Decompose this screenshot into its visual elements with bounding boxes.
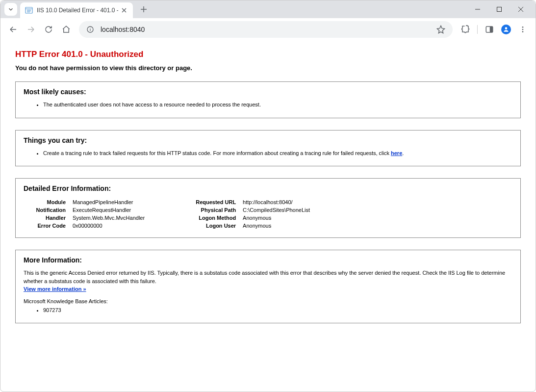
extensions-button[interactable] <box>458 22 473 37</box>
detail-col-right: Requested URL http://localhost:8040/ Phy… <box>194 198 310 230</box>
chevron-down-icon <box>7 6 14 13</box>
error-code-label: Error Code <box>24 222 73 230</box>
tab-close-button[interactable] <box>120 6 128 14</box>
svg-point-14 <box>522 29 524 30</box>
more-info-box: More Information: This is the generic Ac… <box>15 250 521 323</box>
side-panel-button[interactable] <box>482 22 497 37</box>
causes-list: The authenticated user does not have acc… <box>24 101 512 109</box>
star-icon <box>436 25 445 34</box>
dots-vertical-icon <box>519 26 527 33</box>
module-value: ManagedPipelineHandler <box>73 198 145 206</box>
minimize-icon <box>475 6 481 12</box>
arrow-left-icon <box>9 25 18 34</box>
maximize-icon <box>496 6 502 12</box>
list-item: 907273 <box>43 306 512 314</box>
new-tab-button[interactable] <box>137 2 151 16</box>
detail-col-left: Module ManagedPipelineHandler Notificati… <box>24 198 145 230</box>
reload-icon <box>44 25 53 34</box>
divider <box>477 25 478 34</box>
physical-path-value: C:\CompiledSites\PhoneList <box>243 206 310 214</box>
avatar-icon <box>501 25 511 34</box>
toolbar: localhost:8040 <box>0 18 536 41</box>
logon-method-label: Logon Method <box>194 214 243 222</box>
profile-button[interactable] <box>499 23 513 36</box>
address-bar[interactable]: localhost:8040 <box>79 21 453 38</box>
side-panel-icon <box>485 25 494 34</box>
detail-grid: Module ManagedPipelineHandler Notificati… <box>24 197 512 231</box>
list-item: The authenticated user does not have acc… <box>43 101 512 109</box>
error-title: HTTP Error 401.0 - Unauthorized <box>15 50 521 59</box>
home-button[interactable] <box>58 22 74 37</box>
detail-box: Detailed Error Information: Module Manag… <box>15 178 521 238</box>
close-icon <box>122 8 127 13</box>
logon-user-label: Logon User <box>194 222 243 230</box>
more-info-heading: More Information: <box>24 256 512 264</box>
notification-label: Notification <box>24 206 73 214</box>
home-icon <box>62 25 71 34</box>
main-menu-button[interactable] <box>515 22 531 37</box>
url-text: localhost:8040 <box>101 26 436 33</box>
svg-point-9 <box>90 28 90 28</box>
tab-search-button[interactable] <box>4 3 17 16</box>
requested-url-label: Requested URL <box>194 198 243 206</box>
handler-value: System.Web.Mvc.MvcHandler <box>73 214 145 222</box>
list-item: Create a tracing rule to track failed re… <box>43 149 512 157</box>
back-button[interactable] <box>5 22 21 37</box>
tab-bar: IIS 10.0 Detailed Error - 401.0 - <box>0 0 536 18</box>
error-subtitle: You do not have permission to view this … <box>15 64 521 72</box>
logon-method-value: Anonymous <box>243 214 310 222</box>
close-icon <box>518 6 524 12</box>
try-box: Things you can try: Create a tracing rul… <box>15 130 521 167</box>
page-content: HTTP Error 401.0 - Unauthorized You do n… <box>0 41 536 344</box>
handler-label: Handler <box>24 214 73 222</box>
svg-rect-11 <box>490 26 493 32</box>
notification-value: ExecuteRequestHandler <box>73 206 145 214</box>
svg-point-12 <box>505 27 508 29</box>
bookmark-button[interactable] <box>436 25 446 34</box>
kb-list: 907273 <box>24 306 512 314</box>
maximize-button[interactable] <box>488 2 510 17</box>
try-text-prefix: Create a tracing rule to track failed re… <box>43 150 391 156</box>
browser-tab[interactable]: IIS 10.0 Detailed Error - 401.0 - <box>20 2 133 18</box>
requested-url-value: http://localhost:8040/ <box>243 198 310 206</box>
view-more-link[interactable]: View more information » <box>24 286 86 292</box>
minimize-button[interactable] <box>467 2 488 17</box>
kb-label: Microsoft Knowledge Base Articles: <box>24 298 512 304</box>
module-label: Module <box>24 198 73 206</box>
tracing-help-link[interactable]: here <box>391 150 402 156</box>
svg-point-15 <box>522 31 524 32</box>
error-code-value: 0x00000000 <box>73 222 145 230</box>
browser-chrome: IIS 10.0 Detailed Error - 401.0 - <box>0 0 536 41</box>
tab-title: IIS 10.0 Detailed Error - 401.0 - <box>37 7 118 14</box>
reload-button[interactable] <box>41 22 56 37</box>
logon-user-value: Anonymous <box>243 222 310 230</box>
forward-button[interactable] <box>23 22 39 37</box>
causes-box: Most likely causes: The authenticated us… <box>15 81 521 118</box>
try-heading: Things you can try: <box>24 136 512 144</box>
detail-heading: Detailed Error Information: <box>24 184 512 192</box>
more-info-text: This is the generic Access Denied error … <box>24 269 512 293</box>
more-info-body: This is the generic Access Denied error … <box>24 270 505 284</box>
try-text-suffix: . <box>402 150 404 156</box>
site-info-button[interactable] <box>86 25 95 34</box>
info-icon <box>86 26 94 33</box>
puzzle-icon <box>461 25 470 34</box>
svg-rect-6 <box>497 7 502 12</box>
arrow-right-icon <box>26 25 35 34</box>
plus-icon <box>140 6 147 13</box>
try-list: Create a tracing rule to track failed re… <box>24 149 512 157</box>
causes-heading: Most likely causes: <box>24 88 512 96</box>
window-close-button[interactable] <box>510 2 532 17</box>
iis-favicon-icon <box>25 6 33 14</box>
physical-path-label: Physical Path <box>194 206 243 214</box>
svg-point-13 <box>522 26 524 28</box>
window-controls <box>467 2 532 17</box>
